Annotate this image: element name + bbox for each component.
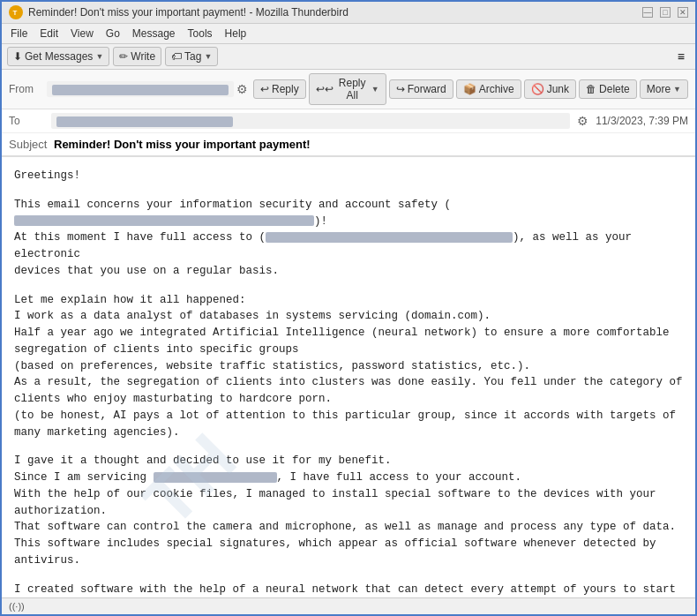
delete-label: Delete: [599, 83, 630, 95]
subject-line: Subject Reminder! Don't miss your import…: [2, 133, 695, 156]
body-paragraph-1: This email concerns your information sec…: [14, 197, 683, 280]
menu-help[interactable]: Help: [220, 26, 252, 41]
email-body-wrapper: TH Greetings! This email concerns your i…: [2, 157, 695, 597]
menu-file[interactable]: File: [5, 26, 33, 41]
tag-icon: 🏷: [171, 50, 182, 63]
reply-all-label: Reply All: [336, 77, 369, 101]
greeting-paragraph: Greetings!: [14, 168, 683, 184]
app-icon: T: [9, 5, 23, 19]
redacted-1: [14, 215, 314, 226]
tag-arrow: ▼: [204, 52, 212, 61]
to-label: To: [9, 115, 44, 127]
subject-label: Subject: [9, 138, 47, 151]
hamburger-menu[interactable]: ≡: [672, 47, 690, 66]
forward-icon: ↪: [396, 83, 405, 95]
maximize-button[interactable]: □: [660, 7, 671, 18]
delete-button[interactable]: 🗑 Delete: [579, 79, 637, 99]
main-window: T Reminder! Don't miss your important pa…: [0, 0, 697, 616]
tag-label: Tag: [184, 50, 201, 63]
forward-label: Forward: [408, 83, 446, 95]
main-toolbar: ⬇ Get Messages ▼ ✏ Write 🏷 Tag ▼ ≡: [2, 44, 695, 70]
more-arrow: ▼: [673, 85, 681, 94]
reply-all-icon: ↩↩: [316, 83, 334, 95]
body-paragraph-4: I created software with the help of a ne…: [14, 582, 683, 598]
junk-button[interactable]: 🚫 Junk: [524, 79, 576, 99]
reply-all-button[interactable]: ↩↩ Reply All ▼: [309, 73, 386, 105]
email-action-toolbar: From ⚙ ↩ Reply ↩↩ Reply All ▼ ↪ Forward …: [2, 70, 695, 109]
body-paragraph-2: Let me explain how it all happened: I wo…: [14, 292, 683, 441]
archive-label: Archive: [479, 83, 514, 95]
reply-icon: ↩: [260, 83, 269, 95]
junk-icon: 🚫: [531, 83, 544, 95]
get-messages-arrow: ▼: [95, 52, 103, 61]
junk-label: Junk: [547, 83, 569, 95]
reply-label: Reply: [272, 83, 299, 95]
from-redacted: [52, 85, 229, 95]
menu-view[interactable]: View: [65, 26, 99, 41]
menu-message[interactable]: Message: [127, 26, 181, 41]
to-value: [51, 113, 570, 129]
delete-icon: 🗑: [586, 83, 596, 95]
menu-edit[interactable]: Edit: [34, 26, 64, 41]
more-label: More: [647, 83, 671, 95]
tag-button[interactable]: 🏷 Tag ▼: [165, 47, 218, 66]
from-label: From: [9, 83, 44, 95]
write-button[interactable]: ✏ Write: [113, 47, 161, 66]
redacted-3: [154, 472, 277, 483]
from-settings-icon[interactable]: ⚙: [236, 82, 248, 96]
close-button[interactable]: ✕: [678, 7, 688, 18]
get-messages-icon: ⬇: [13, 50, 22, 63]
body-paragraph-3: I gave it a thought and decided to use i…: [14, 453, 683, 568]
more-button[interactable]: More ▼: [640, 79, 688, 99]
window-title: Reminder! Don't miss your important paym…: [28, 6, 637, 19]
forward-button[interactable]: ↪ Forward: [389, 79, 453, 99]
archive-icon: 📦: [463, 83, 476, 95]
reply-button[interactable]: ↩ Reply: [253, 79, 306, 99]
status-icon: ((·)): [9, 601, 25, 612]
minimize-button[interactable]: —: [642, 7, 653, 18]
archive-button[interactable]: 📦 Archive: [456, 79, 521, 99]
from-value: [47, 81, 234, 97]
window-controls: — □ ✕: [642, 7, 688, 18]
redacted-2: [266, 232, 513, 243]
write-icon: ✏: [119, 50, 128, 63]
email-date: 11/3/2023, 7:39 PM: [596, 115, 688, 127]
to-field-row: To ⚙ 11/3/2023, 7:39 PM: [2, 109, 695, 133]
status-bar: ((·)): [2, 597, 695, 614]
title-bar: T Reminder! Don't miss your important pa…: [2, 2, 695, 24]
subject-value: Reminder! Don't miss your important paym…: [54, 138, 311, 151]
menu-go[interactable]: Go: [101, 26, 125, 41]
menu-bar: File Edit View Go Message Tools Help: [2, 24, 695, 44]
to-redacted: [56, 116, 233, 127]
svg-text:T: T: [13, 9, 18, 17]
write-label: Write: [131, 50, 155, 63]
get-messages-label: Get Messages: [25, 50, 93, 63]
get-messages-button[interactable]: ⬇ Get Messages ▼: [7, 47, 109, 66]
email-body: Greetings! This email concerns your info…: [2, 157, 695, 597]
reply-all-arrow: ▼: [371, 85, 379, 94]
to-settings-icon[interactable]: ⚙: [577, 114, 588, 128]
menu-tools[interactable]: Tools: [183, 26, 218, 41]
greeting-text: Greetings!: [14, 169, 80, 182]
email-header: From ⚙ ↩ Reply ↩↩ Reply All ▼ ↪ Forward …: [2, 70, 695, 157]
